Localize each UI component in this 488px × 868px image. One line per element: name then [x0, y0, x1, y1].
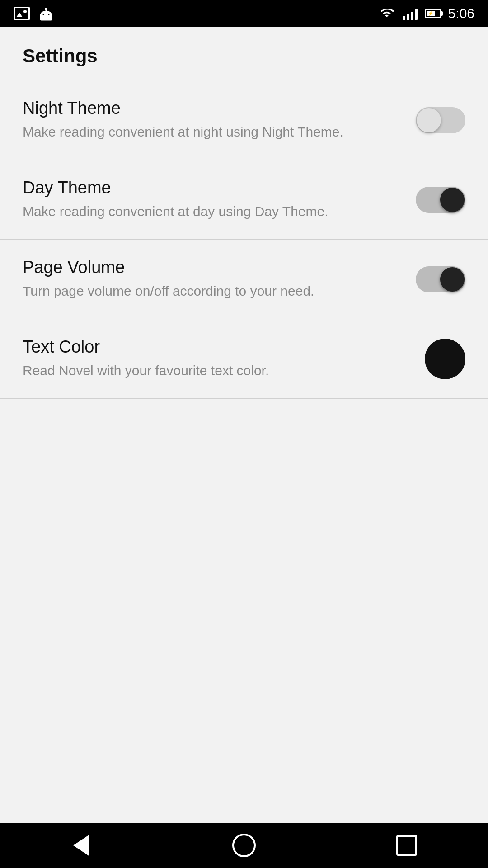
main-content: Settings Night Theme Make reading conven… [0, 27, 488, 823]
back-button[interactable] [63, 832, 99, 859]
status-bar-right: ⚡ 5:06 [378, 6, 474, 21]
robot-icon [38, 6, 54, 21]
text-color-desc: Read Novel with your favourite text colo… [23, 361, 407, 380]
settings-item-day-theme: Day Theme Make reading convenient at day… [0, 160, 488, 240]
night-theme-thumb [417, 108, 441, 132]
recents-icon [396, 835, 417, 856]
status-time: 5:06 [448, 6, 474, 21]
night-theme-title: Night Theme [23, 99, 398, 118]
page-volume-toggle[interactable] [416, 266, 465, 292]
settings-item-page-volume: Page Volume Turn page volume on/off acco… [0, 240, 488, 319]
signal-icon [403, 7, 418, 20]
day-theme-desc: Make reading convenient at day using Day… [23, 202, 398, 221]
image-icon [14, 7, 30, 20]
page-title: Settings [0, 27, 488, 80]
home-icon [232, 834, 256, 857]
settings-item-text-color: Text Color Read Novel with your favourit… [0, 319, 488, 399]
page-volume-text: Page Volume Turn page volume on/off acco… [23, 258, 416, 301]
day-theme-thumb [440, 188, 465, 212]
day-theme-text: Day Theme Make reading convenient at day… [23, 178, 416, 221]
text-color-title: Text Color [23, 337, 407, 357]
status-bar: ⚡ 5:06 [0, 0, 488, 27]
status-bar-left [14, 6, 54, 21]
night-theme-desc: Make reading convenient at night using N… [23, 123, 398, 142]
night-theme-text: Night Theme Make reading convenient at n… [23, 99, 416, 142]
text-color-picker[interactable] [425, 339, 465, 379]
night-theme-toggle[interactable] [416, 107, 465, 133]
page-volume-desc: Turn page volume on/off according to you… [23, 282, 398, 301]
home-button[interactable] [226, 832, 262, 859]
day-theme-title: Day Theme [23, 178, 398, 198]
wifi-icon [378, 6, 395, 21]
text-color-text: Text Color Read Novel with your favourit… [23, 337, 425, 380]
back-icon [73, 835, 89, 856]
recents-button[interactable] [389, 832, 425, 859]
settings-item-night-theme: Night Theme Make reading convenient at n… [0, 80, 488, 160]
nav-bar [0, 823, 488, 868]
settings-list: Night Theme Make reading convenient at n… [0, 80, 488, 399]
page-volume-title: Page Volume [23, 258, 398, 277]
page-volume-thumb [440, 267, 465, 292]
battery-icon: ⚡ [425, 9, 441, 18]
day-theme-toggle[interactable] [416, 187, 465, 213]
